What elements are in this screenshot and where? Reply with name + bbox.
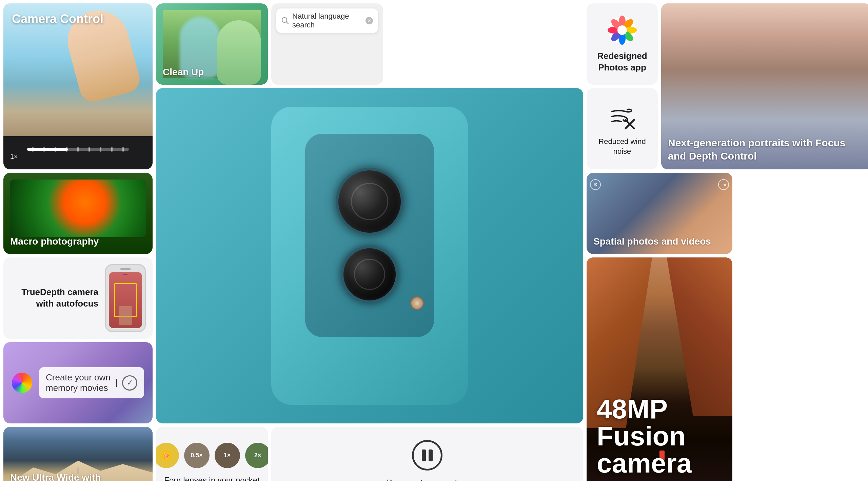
- ultrawide-card: New Ultra Wide with autofocus: [3, 427, 153, 481]
- siri-icon: [12, 373, 32, 393]
- reduced-wind-card: Reduced wind noise: [587, 88, 658, 169]
- macro-label: Macro photography: [10, 236, 99, 247]
- people-photos: [324, 33, 330, 80]
- macro-card: Macro photography: [3, 173, 153, 254]
- fusion-title: 48MP Fusion camera: [597, 396, 722, 477]
- spatial-label: Spatial photos and videos: [593, 236, 711, 247]
- lens-1x-badge: 1×: [215, 443, 240, 468]
- spatial-btn-2[interactable]: ⇥: [718, 179, 729, 190]
- memory-input[interactable]: Create your own memory movies ✓: [39, 367, 144, 398]
- pause-card: Pause video recording: [271, 427, 583, 481]
- four-lenses-card: 🌼 0.5× 1× 2× Four lenses in your pocket: [156, 427, 268, 481]
- truedepth-title: TrueDepth camera with autofocus: [21, 287, 98, 309]
- portrait-label: Next-generation portraits with Focus and…: [668, 136, 865, 163]
- ultrawide-label: New Ultra Wide with autofocus: [10, 472, 146, 481]
- normal-person: [217, 20, 261, 85]
- zoom-indicator: 1×: [3, 153, 18, 161]
- portrait-card: Next-generation portraits with Focus and…: [661, 3, 868, 169]
- camera-control-slider-area: 1×: [3, 139, 153, 169]
- camera-slider-dots: [27, 147, 129, 152]
- fusion-text-block: 48MP Fusion camera with 2x Telephoto: [597, 396, 722, 481]
- lens-inner-ring-1: [351, 183, 388, 220]
- memory-card: Create your own memory movies ✓: [3, 342, 153, 423]
- main-camera-card: [156, 88, 583, 423]
- memory-input-text: Create your own memory movies: [46, 372, 111, 393]
- checkmark-button[interactable]: ✓: [122, 375, 137, 391]
- fusion-camera-card: 48MP Fusion camera with 2x Telephoto: [587, 257, 732, 481]
- lens-05x-badge: 0.5×: [184, 443, 210, 468]
- natural-language-card: Natural language search ✕: [271, 3, 383, 85]
- camera-control-title: Camera Control: [12, 12, 103, 26]
- lens-inner-ring-2: [354, 259, 385, 290]
- pause-bar-left: [422, 449, 426, 461]
- search-clear-button[interactable]: ✕: [366, 17, 373, 24]
- search-text: Natural language search: [292, 12, 362, 29]
- photos-app-icon: [607, 15, 637, 45]
- reduced-wind-label: Reduced wind noise: [593, 137, 651, 156]
- truedepth-card: TrueDepth camera with autofocus: [3, 257, 153, 339]
- four-lenses-label: Four lenses in your pocket: [164, 475, 259, 481]
- lenses-row: 🌼 0.5× 1× 2×: [156, 443, 268, 468]
- clean-up-label: Clean Up: [163, 66, 204, 78]
- wind-icon: [607, 101, 637, 132]
- spatial-card: ⚙ ⇥ Spatial photos and videos: [587, 173, 732, 254]
- lens-2x-badge: 2×: [245, 443, 268, 468]
- fusion-subtitle: with 2x Telephoto: [597, 479, 722, 481]
- phone-mockup: [105, 264, 146, 332]
- pause-button[interactable]: [412, 440, 442, 470]
- svg-point-11: [617, 25, 627, 35]
- spatial-btn-1[interactable]: ⚙: [590, 179, 601, 190]
- camera-slider[interactable]: [27, 148, 129, 151]
- top-lens: [336, 168, 403, 235]
- pause-bar-right: [429, 449, 433, 461]
- camera-control-card: Camera Control 1×: [3, 3, 153, 169]
- clean-up-card: Clean Up: [156, 3, 268, 85]
- search-icon: [281, 17, 289, 24]
- frog-image: [10, 180, 146, 237]
- pause-label: Pause video recording: [387, 477, 468, 481]
- lens-module: [305, 134, 434, 337]
- redesigned-photos-label: Redesigned Photos app: [597, 50, 647, 74]
- bottom-lens: [341, 246, 398, 303]
- svg-line-1: [287, 22, 289, 24]
- camera-body: [271, 107, 468, 405]
- text-cursor: [116, 379, 117, 387]
- flash-dot: [410, 296, 424, 310]
- search-bar[interactable]: Natural language search ✕: [276, 8, 378, 33]
- lens-flower-badge: 🌼: [156, 443, 179, 468]
- spatial-controls: ⚙ ⇥: [590, 176, 729, 193]
- truedepth-text: TrueDepth camera with autofocus: [10, 287, 98, 310]
- phone-screen: [109, 272, 142, 328]
- redesigned-photos-card: Redesigned Photos app: [587, 3, 658, 85]
